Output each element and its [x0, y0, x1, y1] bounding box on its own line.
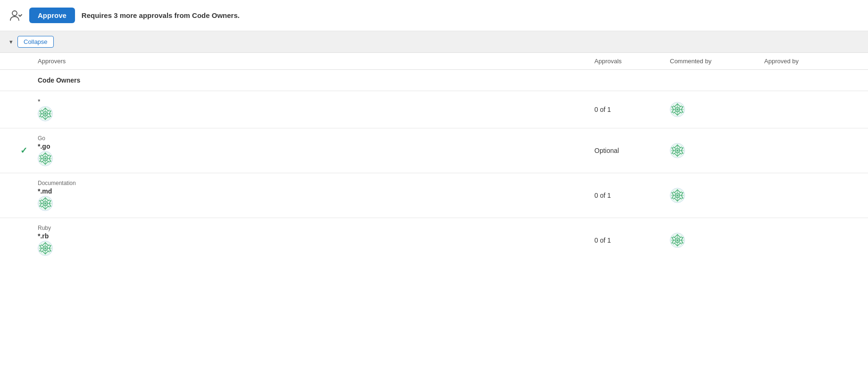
approver-cell: *	[38, 98, 594, 121]
approver-avatars	[38, 106, 594, 121]
commented-by-cell	[670, 102, 764, 117]
header-approved-by: Approved by	[764, 58, 859, 65]
avatar	[38, 196, 53, 211]
approver-label: Ruby	[38, 225, 594, 231]
approvals-value: 0 of 1	[594, 106, 670, 113]
header-approvals: Approvals	[594, 58, 670, 65]
header-approvers: Approvers	[38, 58, 594, 65]
table-row: Documentation *.md 0 of 1	[0, 173, 868, 218]
table-row: * 0 of 1	[0, 91, 868, 128]
check-cell: ✓	[9, 145, 38, 156]
user-check-icon	[9, 9, 23, 22]
commented-by-cell	[670, 143, 764, 158]
avatar	[38, 241, 53, 256]
green-checkmark-icon: ✓	[20, 145, 27, 156]
commented-avatar	[670, 102, 685, 117]
collapse-button[interactable]: Collapse	[17, 36, 54, 48]
table-row: ✓ Go *.go Optional	[0, 128, 868, 173]
requires-text: Requires 3 more approvals from Code Owne…	[82, 11, 240, 19]
commented-by-cell	[670, 233, 764, 248]
approver-avatars	[38, 151, 594, 166]
approver-label: Documentation	[38, 180, 594, 186]
approver-pattern: *.go	[38, 143, 594, 150]
collapse-bar: ▾ Collapse	[0, 31, 868, 53]
approvals-value: 0 of 1	[594, 192, 670, 199]
commented-avatar	[670, 188, 685, 203]
commented-avatar	[670, 233, 685, 248]
top-bar: Approve Requires 3 more approvals from C…	[0, 0, 868, 31]
table-header: Approvers Approvals Commented by Approve…	[0, 53, 868, 70]
avatar	[38, 151, 53, 166]
header-commented-by: Commented by	[670, 58, 764, 65]
approvals-value: Optional	[594, 147, 670, 154]
approver-label: Go	[38, 135, 594, 142]
approvals-value: 0 of 1	[594, 236, 670, 244]
commented-by-cell	[670, 188, 764, 203]
approver-pattern: *.rb	[38, 232, 594, 240]
approver-cell: Ruby *.rb	[38, 225, 594, 256]
approver-pattern: *.md	[38, 187, 594, 195]
chevron-down-icon[interactable]: ▾	[9, 38, 13, 45]
svg-point-0	[12, 11, 17, 16]
section-code-owners: Code Owners	[0, 70, 868, 91]
header-check-col	[9, 58, 38, 65]
commented-avatar	[670, 143, 685, 158]
approver-cell: Go *.go	[38, 135, 594, 166]
approver-cell: Documentation *.md	[38, 180, 594, 211]
table-row: Ruby *.rb 0 of 1	[0, 218, 868, 262]
section-label: Code Owners	[38, 76, 594, 84]
approvals-table: Approvers Approvals Commented by Approve…	[0, 53, 868, 262]
avatar	[38, 106, 53, 121]
approve-button[interactable]: Approve	[29, 8, 75, 23]
approver-avatars	[38, 196, 594, 211]
approver-avatars	[38, 241, 594, 256]
approver-pattern: *	[38, 98, 594, 105]
